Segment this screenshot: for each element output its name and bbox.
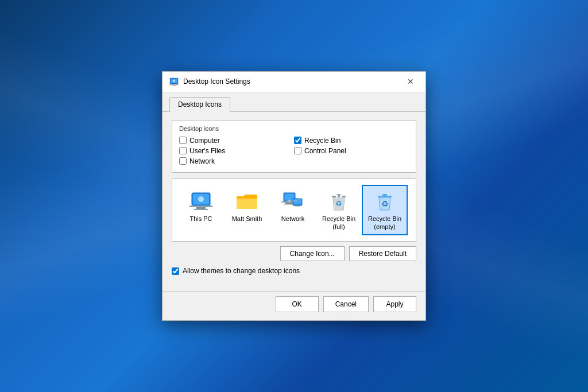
group-label: Desktop icons (179, 125, 409, 132)
network-label: Network (281, 215, 304, 223)
network-icon (281, 189, 304, 212)
recycle-bin-empty-icon: ♻ (373, 189, 396, 212)
checkbox-computer[interactable]: Computer (179, 137, 294, 145)
svg-rect-22 (332, 196, 346, 197)
svg-rect-25 (336, 195, 338, 197)
checkbox-users-files-input[interactable] (179, 147, 187, 154)
svg-text:♻: ♻ (381, 199, 389, 208)
change-icon-button[interactable]: Change Icon... (280, 246, 345, 261)
this-pc-icon (189, 189, 212, 212)
svg-rect-19 (295, 205, 300, 207)
tab-desktop-icons[interactable]: Desktop Icons (169, 97, 230, 112)
checkbox-network-input[interactable] (179, 157, 187, 165)
svg-rect-9 (196, 207, 206, 209)
restore-default-button[interactable]: Restore Default (349, 246, 416, 261)
icon-matt-smith[interactable]: Matt Smith (224, 185, 270, 227)
recycle-bin-empty-label: Recycle Bin(empty) (368, 215, 401, 231)
user-folder-icon (235, 189, 258, 212)
this-pc-label: This PC (189, 215, 212, 223)
recycle-bin-full-icon: ♻ (327, 189, 350, 212)
desktop-icon-settings-dialog: Desktop Icon Settings ✕ Desktop Icons De… (162, 71, 426, 321)
svg-point-5 (173, 80, 175, 82)
cancel-button[interactable]: Cancel (323, 296, 369, 312)
checkbox-recycle-bin-input[interactable] (294, 137, 301, 144)
apply-button[interactable]: Apply (373, 296, 416, 312)
icon-recycle-bin-full[interactable]: ♻ Recycle Bin(full) (316, 185, 362, 236)
bottom-buttons: OK Cancel Apply (163, 291, 425, 320)
title-bar: Desktop Icon Settings ✕ (163, 72, 425, 92)
checkbox-network[interactable]: Network (179, 157, 294, 165)
svg-rect-15 (285, 203, 293, 204)
allow-themes-input[interactable] (172, 267, 179, 275)
svg-rect-2 (169, 84, 179, 85)
checkbox-recycle-bin[interactable]: Recycle Bin (294, 137, 409, 145)
content-area: Desktop icons Computer Recycle Bin User'… (163, 112, 425, 292)
icon-recycle-bin-empty[interactable]: ♻ Recycle Bin(empty) (362, 185, 408, 236)
allow-themes-checkbox[interactable]: Allow themes to change desktop icons (172, 267, 416, 275)
settings-icon (169, 77, 179, 86)
close-button[interactable]: ✕ (403, 76, 419, 87)
svg-rect-18 (293, 199, 301, 204)
svg-rect-28 (382, 194, 387, 196)
svg-rect-27 (378, 196, 392, 197)
svg-rect-4 (171, 86, 177, 86)
svg-rect-8 (189, 205, 212, 207)
svg-rect-26 (340, 195, 342, 197)
recycle-bin-full-label: Recycle Bin(full) (322, 215, 355, 231)
icon-action-buttons: Change Icon... Restore Default (172, 246, 416, 261)
title-bar-left: Desktop Icon Settings (169, 77, 250, 86)
checkbox-computer-input[interactable] (179, 137, 187, 144)
svg-point-11 (198, 196, 204, 202)
desktop-icons-groupbox: Desktop icons Computer Recycle Bin User'… (172, 120, 416, 173)
icons-row: This PC Matt Smith (178, 185, 410, 236)
tab-bar: Desktop Icons (163, 92, 425, 112)
icons-panel: This PC Matt Smith (172, 178, 416, 242)
svg-text:♻: ♻ (335, 199, 342, 208)
checkboxes-grid: Computer Recycle Bin User's Files Contro… (179, 137, 409, 165)
checkbox-users-files[interactable]: User's Files (179, 147, 294, 155)
icon-network[interactable]: Network (270, 185, 316, 227)
checkbox-control-panel[interactable]: Control Panel (294, 147, 409, 155)
ok-button[interactable]: OK (276, 296, 319, 312)
matt-smith-label: Matt Smith (232, 215, 262, 223)
dialog-title: Desktop Icon Settings (183, 77, 250, 86)
checkbox-control-panel-input[interactable] (294, 147, 301, 154)
icon-this-pc[interactable]: This PC (178, 185, 224, 227)
svg-rect-10 (194, 209, 208, 210)
